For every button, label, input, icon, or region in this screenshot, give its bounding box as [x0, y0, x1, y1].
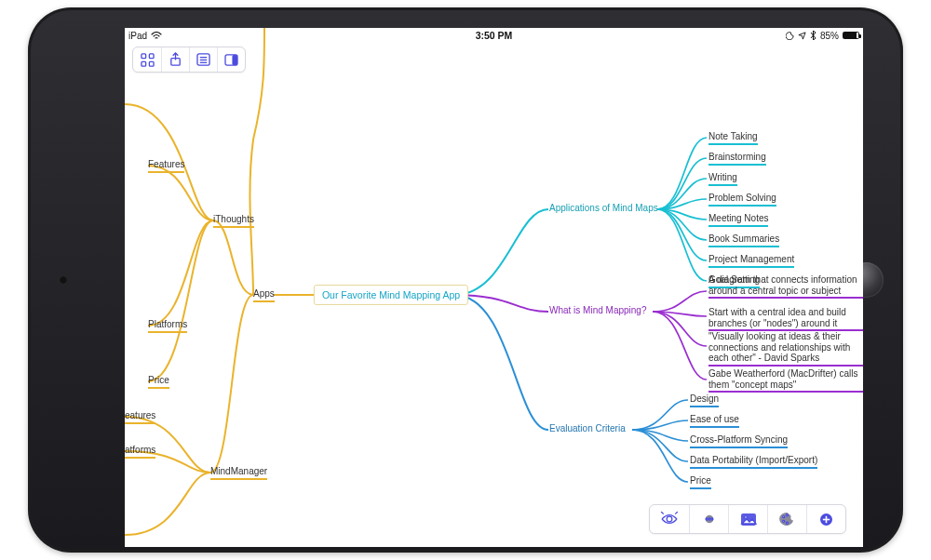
focus-button[interactable] — [650, 505, 689, 533]
leaf-note-taking[interactable]: Note Taking — [708, 131, 758, 145]
node-features-2[interactable]: eatures — [125, 410, 155, 424]
more-button[interactable] — [689, 505, 728, 533]
svg-point-22 — [786, 522, 788, 524]
node-price[interactable]: Price — [148, 375, 169, 389]
svg-point-23 — [786, 514, 788, 516]
svg-point-17 — [710, 518, 712, 520]
branch-criteria[interactable]: Evaluation Criteria — [549, 423, 626, 433]
add-button[interactable] — [806, 505, 845, 533]
svg-point-15 — [706, 518, 708, 520]
leaf-price[interactable]: Price — [690, 475, 711, 489]
svg-point-11 — [667, 516, 672, 522]
leaf-whatis-1[interactable]: A diagram that connects information arou… — [708, 274, 863, 299]
svg-point-21 — [783, 520, 785, 522]
palette-button[interactable] — [767, 505, 806, 533]
camera-dot — [60, 276, 67, 284]
leaf-ease[interactable]: Ease of use — [690, 414, 739, 428]
leaf-meeting-notes[interactable]: Meeting Notes — [708, 213, 768, 227]
leaf-whatis-4[interactable]: Gabe Weatherford (MacDrifter) calls them… — [708, 368, 863, 393]
center-node[interactable]: Our Favorite Mind Mapping App — [314, 285, 468, 305]
branch-whatis[interactable]: What is Mind Mapping? — [549, 305, 647, 315]
leaf-book-summaries[interactable]: Book Summaries — [708, 233, 779, 247]
leaf-sync[interactable]: Cross-Platform Syncing — [690, 434, 788, 448]
leaf-design[interactable]: Design — [690, 393, 719, 407]
bottom-toolbar — [649, 504, 846, 534]
mindmap-canvas[interactable]: Our Favorite Mind Mapping App Apps iThou… — [125, 28, 863, 547]
branch-applications[interactable]: Applications of Mind Maps — [549, 203, 658, 213]
leaf-brainstorming[interactable]: Brainstorming — [708, 152, 766, 166]
node-ithoughts[interactable]: iThoughts — [213, 214, 254, 228]
node-apps[interactable]: Apps — [253, 288, 275, 302]
svg-line-13 — [675, 512, 678, 514]
leaf-portability[interactable]: Data Portability (Import/Export) — [690, 455, 817, 469]
node-platforms-2[interactable]: atforms — [125, 445, 155, 459]
svg-line-12 — [661, 512, 664, 514]
leaf-writing[interactable]: Writing — [708, 172, 737, 186]
screen: iPad 3:50 PM 85% — [125, 28, 863, 547]
leaf-problem-solving[interactable]: Problem Solving — [708, 193, 776, 207]
leaf-whatis-3[interactable]: "Visually looking at ideas & their conne… — [708, 331, 863, 367]
node-features[interactable]: Features — [148, 159, 184, 173]
ipad-frame: iPad 3:50 PM 85% — [28, 7, 903, 553]
node-mindmanager[interactable]: MindManager — [210, 466, 267, 480]
leaf-whatis-2[interactable]: Start with a central idea and build bran… — [708, 307, 863, 331]
svg-point-19 — [744, 515, 747, 518]
image-button[interactable] — [728, 505, 767, 533]
svg-point-16 — [708, 518, 710, 520]
node-platforms[interactable]: Platforms — [148, 319, 187, 333]
svg-point-20 — [783, 516, 785, 518]
leaf-project-management[interactable]: Project Management — [708, 254, 794, 268]
